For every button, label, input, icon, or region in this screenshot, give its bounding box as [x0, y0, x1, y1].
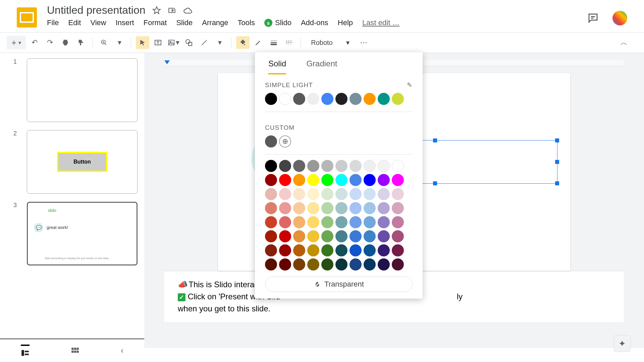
color-swatch[interactable] — [321, 216, 333, 228]
color-swatch[interactable] — [392, 244, 404, 256]
color-swatch[interactable] — [279, 216, 291, 228]
color-swatch[interactable] — [321, 258, 333, 270]
color-swatch[interactable] — [279, 188, 291, 200]
color-swatch[interactable] — [307, 93, 319, 105]
color-swatch[interactable] — [350, 244, 362, 256]
redo-button[interactable]: ↷ — [43, 36, 57, 49]
color-swatch[interactable] — [293, 202, 305, 214]
color-swatch[interactable] — [279, 93, 291, 105]
color-swatch[interactable] — [293, 258, 305, 270]
more-tools[interactable]: ⋯ — [357, 36, 370, 49]
zoom-button[interactable] — [97, 36, 111, 49]
color-swatch[interactable] — [321, 93, 333, 105]
color-swatch[interactable] — [293, 188, 305, 200]
color-swatch[interactable] — [335, 258, 347, 270]
menu-edit[interactable]: Edit — [68, 18, 81, 27]
color-swatch[interactable] — [335, 202, 347, 214]
color-swatch[interactable] — [307, 216, 319, 228]
color-swatch[interactable] — [265, 188, 277, 200]
color-swatch[interactable] — [279, 258, 291, 270]
color-swatch[interactable] — [378, 258, 390, 270]
color-swatch[interactable] — [307, 244, 319, 256]
line-dropdown[interactable]: ▾ — [213, 36, 226, 49]
color-swatch[interactable] — [364, 244, 376, 256]
color-swatch[interactable] — [265, 160, 277, 172]
explore-button[interactable]: ✦ — [614, 335, 631, 352]
color-swatch[interactable] — [279, 230, 291, 242]
color-swatch[interactable] — [279, 160, 291, 172]
color-swatch[interactable] — [293, 160, 305, 172]
menu-help[interactable]: Help — [338, 18, 353, 27]
comments-icon[interactable] — [587, 12, 599, 24]
color-swatch[interactable] — [279, 202, 291, 214]
color-swatch[interactable] — [307, 258, 319, 270]
color-swatch[interactable] — [265, 174, 277, 186]
shape-tool[interactable] — [182, 36, 196, 49]
tab-gradient[interactable]: Gradient — [306, 59, 337, 74]
color-swatch[interactable] — [392, 202, 404, 214]
color-swatch[interactable] — [265, 230, 277, 242]
undo-button[interactable]: ↶ — [28, 36, 41, 49]
color-swatch[interactable] — [392, 230, 404, 242]
last-edit-link[interactable]: Last edit … — [362, 18, 399, 27]
color-swatch[interactable] — [293, 230, 305, 242]
color-swatch[interactable] — [350, 160, 362, 172]
color-swatch[interactable] — [293, 216, 305, 228]
color-swatch[interactable] — [335, 230, 347, 242]
menu-file[interactable]: File — [47, 18, 59, 27]
menu-tools[interactable]: Tools — [238, 18, 255, 27]
color-swatch[interactable] — [378, 216, 390, 228]
border-color-button[interactable] — [252, 36, 265, 49]
color-swatch[interactable] — [392, 216, 404, 228]
slide-thumb-1[interactable] — [27, 58, 138, 122]
move-icon[interactable] — [168, 6, 176, 15]
color-swatch[interactable] — [265, 202, 277, 214]
color-swatch[interactable] — [378, 174, 390, 186]
color-swatch[interactable] — [293, 93, 305, 105]
color-swatch[interactable] — [378, 93, 390, 105]
color-swatch[interactable] — [392, 188, 404, 200]
color-swatch[interactable] — [392, 93, 404, 105]
line-tool[interactable] — [198, 36, 211, 49]
color-swatch[interactable] — [350, 188, 362, 200]
color-swatch[interactable] — [265, 216, 277, 228]
menu-addons[interactable]: Add-ons — [301, 18, 328, 27]
border-dash-button[interactable] — [282, 36, 296, 49]
color-swatch[interactable] — [392, 160, 404, 172]
color-swatch[interactable] — [378, 202, 390, 214]
slides-logo[interactable] — [17, 7, 37, 27]
filmstrip-view-button[interactable] — [21, 345, 30, 357]
color-swatch[interactable] — [364, 202, 376, 214]
color-swatch[interactable] — [321, 230, 333, 242]
menu-arrange[interactable]: Arrange — [202, 18, 228, 27]
color-swatch[interactable] — [279, 174, 291, 186]
account-avatar[interactable] — [612, 11, 627, 25]
color-swatch[interactable] — [364, 188, 376, 200]
color-swatch[interactable] — [350, 202, 362, 214]
color-swatch[interactable] — [321, 188, 333, 200]
grid-view-button[interactable] — [71, 347, 79, 354]
fill-color-button[interactable] — [236, 36, 250, 49]
print-button[interactable] — [59, 36, 72, 49]
tab-solid[interactable]: Solid — [268, 59, 286, 74]
color-swatch[interactable] — [265, 258, 277, 270]
color-swatch[interactable] — [307, 174, 319, 186]
color-swatch[interactable] — [364, 258, 376, 270]
add-custom-color[interactable]: ⊕ — [279, 135, 291, 147]
color-swatch[interactable] — [335, 160, 347, 172]
paint-format-button[interactable] — [74, 36, 88, 49]
color-swatch[interactable] — [378, 160, 390, 172]
color-swatch[interactable] — [350, 258, 362, 270]
color-swatch[interactable] — [350, 230, 362, 242]
color-swatch[interactable] — [364, 160, 376, 172]
slide-thumb-3[interactable]: slido 💬 great work! Start presenting to … — [27, 202, 138, 265]
color-swatch[interactable] — [364, 216, 376, 228]
select-tool[interactable] — [136, 36, 149, 49]
doc-title[interactable]: Untitled presentation — [47, 4, 146, 16]
color-swatch[interactable] — [321, 174, 333, 186]
font-selector[interactable]: Roboto▾ — [306, 39, 355, 47]
color-swatch[interactable] — [321, 244, 333, 256]
color-swatch[interactable] — [335, 244, 347, 256]
color-swatch[interactable] — [335, 174, 347, 186]
color-swatch[interactable] — [378, 188, 390, 200]
